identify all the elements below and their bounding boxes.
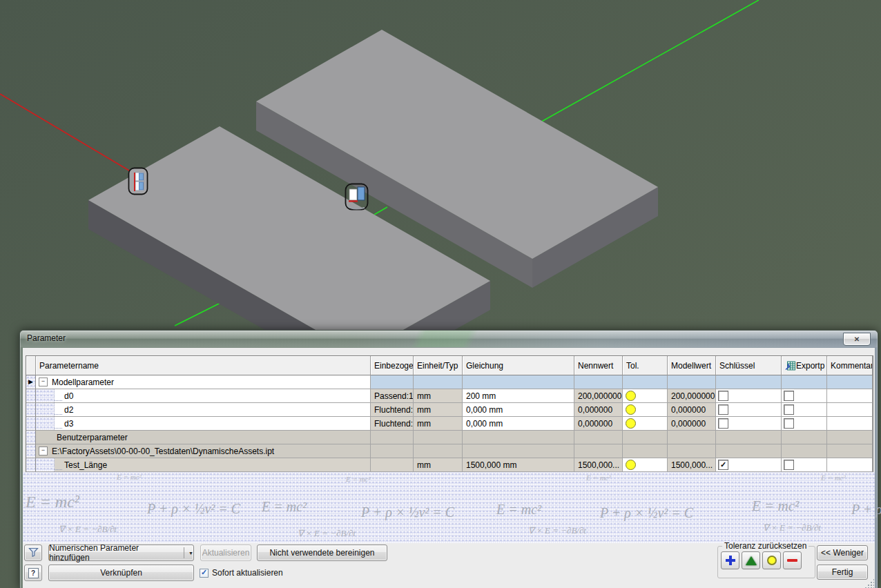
- row-gutter[interactable]: ▶: [26, 375, 36, 389]
- row-gutter[interactable]: [26, 417, 36, 431]
- tolerance-nominal-button[interactable]: [762, 551, 781, 569]
- column-header-label: Schlüssel: [719, 361, 755, 371]
- export-checkbox[interactable]: [784, 404, 794, 415]
- cell-schluessel[interactable]: [716, 403, 782, 417]
- tolerance-median-button[interactable]: [742, 551, 760, 569]
- dialog-titlebar[interactable]: Parameter ✕: [20, 331, 878, 347]
- column-header-modellwert[interactable]: Modellwert: [668, 356, 716, 375]
- cell-kommentar[interactable]: [827, 403, 873, 417]
- column-header-gleichung[interactable]: Gleichung: [463, 356, 574, 375]
- cell-nennwert[interactable]: 1500,000...: [574, 458, 623, 472]
- cell-modellwert[interactable]: 1500,000...: [668, 458, 716, 472]
- column-header-kommentar[interactable]: Kommentar: [827, 356, 873, 375]
- resize-grip[interactable]: [864, 578, 874, 588]
- cell-nennwert[interactable]: 0,000000: [574, 417, 623, 431]
- cell-modellwert[interactable]: 0,000000: [668, 403, 716, 417]
- export-checkbox[interactable]: [784, 460, 794, 470]
- tolerance-indicator[interactable]: [626, 460, 636, 470]
- cell-parametername[interactable]: d0: [36, 389, 371, 403]
- cell-parametername[interactable]: Test_Länge: [36, 458, 371, 472]
- tolerance-upper-button[interactable]: [721, 551, 739, 569]
- key-checkbox[interactable]: [718, 404, 728, 415]
- cell-exportp[interactable]: [782, 389, 827, 403]
- cell-einheit[interactable]: mm: [414, 458, 463, 472]
- cell-einbezogen[interactable]: Passend:1: [371, 389, 414, 403]
- help-button[interactable]: ?: [24, 565, 42, 581]
- tolerance-lower-button[interactable]: [783, 551, 802, 569]
- cell-parametername[interactable]: −Modellparameter: [36, 375, 371, 389]
- cell-tol[interactable]: [623, 458, 668, 472]
- cell-exportp[interactable]: [782, 458, 827, 472]
- key-checkbox[interactable]: [718, 391, 728, 401]
- cell-einbezogen[interactable]: Fluchtend:2: [371, 417, 414, 431]
- cell-exportp[interactable]: [782, 417, 827, 431]
- cell-einheit[interactable]: mm: [414, 403, 463, 417]
- cell-gleichung[interactable]: 200 mm: [463, 389, 574, 403]
- done-button[interactable]: Fertig: [817, 565, 868, 580]
- cell-nennwert[interactable]: 0,000000: [574, 403, 623, 417]
- column-header-einbezogen[interactable]: Einbezogen ': [371, 356, 414, 375]
- tree-collapse-button[interactable]: −: [39, 447, 48, 455]
- tolerance-indicator[interactable]: [626, 404, 636, 415]
- filter-button[interactable]: [24, 545, 42, 561]
- cell-einbezogen[interactable]: Fluchtend:1: [371, 403, 414, 417]
- cell-gleichung[interactable]: 1500,000 mm: [463, 458, 574, 472]
- cell-exportp[interactable]: [782, 403, 827, 417]
- cell-kommentar[interactable]: [827, 389, 873, 403]
- cell-kommentar[interactable]: [827, 458, 873, 472]
- link-button[interactable]: Verknüpfen: [48, 565, 194, 581]
- row-gutter[interactable]: [26, 389, 36, 403]
- cell-einbezogen[interactable]: [371, 458, 414, 472]
- add-numeric-parameter-button[interactable]: Numerischen Parameter hinzufügen ▼: [48, 545, 194, 561]
- table-row[interactable]: d0Passend:1mm200 mm200,000000200,000000: [26, 389, 873, 403]
- column-header-tol[interactable]: Tol.: [623, 356, 668, 375]
- cell-nennwert[interactable]: 200,000000: [574, 389, 623, 403]
- purge-unused-button[interactable]: Nicht verwendete bereinigen: [257, 545, 387, 561]
- table-row[interactable]: −E:\FactoryAssets\00-00-00_Testdaten\Dyn…: [26, 444, 873, 458]
- tree-collapse-button[interactable]: −: [39, 378, 48, 386]
- row-gutter[interactable]: [26, 458, 36, 472]
- column-header-nennwert[interactable]: Nennwert: [574, 356, 623, 375]
- table-row[interactable]: ▶−Modellparameter: [26, 375, 873, 389]
- column-header-schluessel[interactable]: Schlüssel: [716, 356, 782, 375]
- cell-einheit[interactable]: mm: [414, 417, 463, 431]
- cell-gleichung[interactable]: 0,000 mm: [463, 403, 574, 417]
- row-gutter[interactable]: [26, 444, 36, 458]
- tolerance-indicator[interactable]: [626, 418, 636, 429]
- export-checkbox[interactable]: [784, 418, 794, 429]
- close-button[interactable]: ✕: [843, 333, 871, 346]
- key-checkbox[interactable]: [718, 418, 728, 429]
- minus-icon: [787, 559, 797, 562]
- cell-schluessel[interactable]: ✓: [716, 458, 782, 472]
- less-button[interactable]: << Weniger: [817, 545, 868, 560]
- cell-parametername[interactable]: −E:\FactoryAssets\00-00-00_Testdaten\Dyn…: [36, 444, 371, 458]
- cell-gleichung[interactable]: 0,000 mm: [463, 417, 574, 431]
- table-row[interactable]: Benutzerparameter: [26, 431, 873, 444]
- tolerance-indicator[interactable]: [626, 391, 636, 401]
- immediate-update-checkbox[interactable]: ✓: [200, 569, 209, 578]
- table-row[interactable]: d2Fluchtend:1mm0,000 mm0,0000000,000000: [26, 403, 873, 417]
- cell-schluessel[interactable]: [716, 389, 782, 403]
- table-row[interactable]: d3Fluchtend:2mm0,000 mm0,0000000,000000: [26, 417, 873, 431]
- cell-kommentar[interactable]: [827, 417, 873, 431]
- cell-tol[interactable]: [623, 403, 668, 417]
- row-gutter[interactable]: [26, 431, 36, 444]
- cell-modellwert[interactable]: 0,000000: [668, 417, 716, 431]
- column-header-exportp[interactable]: Exportp: [782, 356, 827, 375]
- column-header-gutter[interactable]: [26, 356, 36, 375]
- cell-tol[interactable]: [623, 417, 668, 431]
- cell-modellwert[interactable]: 200,000000: [668, 389, 716, 403]
- table-row[interactable]: Test_Längemm1500,000 mm1500,000...1500,0…: [26, 458, 873, 472]
- cell-parametername[interactable]: Benutzerparameter: [36, 431, 371, 444]
- key-checkbox[interactable]: ✓: [718, 460, 728, 470]
- cell-einheit[interactable]: mm: [414, 389, 463, 403]
- cell-schluessel[interactable]: [716, 417, 782, 431]
- cell-parametername[interactable]: d3: [36, 417, 371, 431]
- row-gutter[interactable]: [26, 403, 36, 417]
- cell-tol[interactable]: [623, 389, 668, 403]
- column-header-parametername[interactable]: Parametername: [36, 356, 371, 375]
- asset-glyph-left[interactable]: [129, 168, 148, 195]
- cell-parametername[interactable]: d2: [36, 403, 371, 417]
- export-checkbox[interactable]: [784, 391, 794, 401]
- column-header-einheit[interactable]: Einheit/Typ: [414, 356, 463, 375]
